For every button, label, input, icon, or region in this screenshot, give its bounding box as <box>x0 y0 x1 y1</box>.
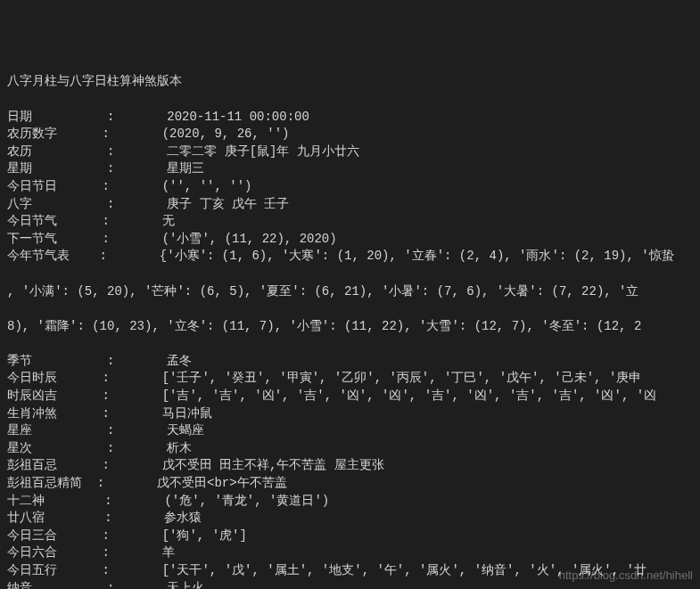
output-row: 农历数字 : (2020, 9, 26, '') <box>7 126 693 143</box>
output-row: 今年节气表 : {'小寒': (1, 6), '大寒': (1, 20), '立… <box>7 248 693 266</box>
row-colon: : <box>102 370 161 388</box>
row-value: 无 <box>162 213 175 231</box>
row-colon: : <box>100 248 160 266</box>
wrap-line-1: , '小满': (5, 20), '芒种': (6, 5), '夏至': (6,… <box>7 283 693 301</box>
row-label: 八字 <box>7 196 107 214</box>
output-row: 季节 : 孟冬 <box>7 353 693 371</box>
output-row: 时辰凶吉 : ['吉', '吉', '凶', '吉', '凶', '凶', '吉… <box>7 388 693 405</box>
row-colon: : <box>107 143 167 161</box>
row-label: 星座 <box>7 422 107 440</box>
title-line: 八字月柱与八字日柱算神煞版本 <box>7 73 693 91</box>
row-colon: : <box>107 422 167 440</box>
row-label: 十二神 <box>7 493 104 511</box>
row-colon: : <box>107 196 167 214</box>
row-value: ('小雪', (11, 22), 2020) <box>162 231 337 249</box>
row-value: ['壬子', '癸丑', '甲寅', '乙卯', '丙辰', '丁巳', '戊午… <box>162 370 642 388</box>
row-value: 孟冬 <box>167 353 192 371</box>
row-value: 析木 <box>167 440 192 458</box>
row-colon: : <box>104 510 164 528</box>
output-row: 下一节气 : ('小雪', (11, 22), 2020) <box>7 231 693 249</box>
output-row: 生肖冲煞 : 马日冲鼠 <box>7 405 693 423</box>
row-value: 2020-11-11 00:00:00 <box>167 109 309 127</box>
row-label: 今日五行 <box>7 562 102 580</box>
row-colon: : <box>102 231 161 249</box>
output-row: 日期 : 2020-11-11 00:00:00 <box>7 109 693 127</box>
row-label: 今日节气 <box>7 213 102 231</box>
row-label: 生肖冲煞 <box>7 405 102 423</box>
row-value: 庚子 丁亥 戊午 壬子 <box>167 196 289 214</box>
row-colon: : <box>107 580 167 589</box>
row-value: ('危', '青龙', '黄道日') <box>164 493 329 511</box>
row-value: 天上火 <box>167 580 204 589</box>
output-row: 今日节气 : 无 <box>7 213 693 231</box>
output-row: 今日节日 : ('', '', '') <box>7 178 693 196</box>
row-label: 下一节气 <box>7 231 102 249</box>
row-colon: : <box>102 405 161 423</box>
row-colon: : <box>102 178 161 196</box>
row-colon: : <box>97 475 157 493</box>
row-colon: : <box>102 562 161 580</box>
row-colon: : <box>104 493 164 511</box>
row-colon: : <box>107 160 167 178</box>
row-colon: : <box>102 126 161 143</box>
row-value: 天蝎座 <box>167 422 204 440</box>
row-label: 星次 <box>7 440 107 458</box>
output-row: 农历 : 二零二零 庚子[鼠]年 九月小廿六 <box>7 143 693 161</box>
row-colon: : <box>102 457 161 475</box>
row-value: ('', '', '') <box>162 178 252 196</box>
row-label: 纳音 <box>7 580 107 589</box>
row-label: 彭祖百忌精简 <box>7 475 97 493</box>
row-colon: : <box>102 528 161 545</box>
row-label: 今日时辰 <box>7 370 102 388</box>
row-value: 二零二零 庚子[鼠]年 九月小廿六 <box>167 143 359 161</box>
row-label: 农历 <box>7 143 107 161</box>
output-row: 廿八宿 : 参水猿 <box>7 510 693 528</box>
row-value: 戊不受田<br>午不苦盖 <box>157 475 287 493</box>
row-value: ['狗', '虎'] <box>162 528 247 545</box>
row-label: 今日三合 <box>7 528 102 545</box>
row-colon: : <box>102 388 161 405</box>
wrap-line-2: 8), '霜降': (10, 23), '立冬': (11, 7), '小雪':… <box>7 318 693 336</box>
row-label: 今日节日 <box>7 178 102 196</box>
output-row: 今日时辰 : ['壬子', '癸丑', '甲寅', '乙卯', '丙辰', '丁… <box>7 370 693 388</box>
row-label: 彭祖百忌 <box>7 457 102 475</box>
row-label: 廿八宿 <box>7 510 104 528</box>
row-value: ['吉', '吉', '凶', '吉', '凶', '凶', '吉', '凶',… <box>162 388 656 405</box>
row-value: 参水猿 <box>164 510 202 528</box>
output-row: 十二神 : ('危', '青龙', '黄道日') <box>7 493 693 511</box>
row-colon: : <box>102 213 161 231</box>
row-colon: : <box>107 353 167 371</box>
row-label: 农历数字 <box>7 126 102 143</box>
row-label: 今日六合 <box>7 544 102 562</box>
row-label: 时辰凶吉 <box>7 388 102 405</box>
row-colon: : <box>107 440 167 458</box>
output-row: 星座 : 天蝎座 <box>7 422 693 440</box>
row-value: 羊 <box>162 544 175 562</box>
output-row: 星期 : 星期三 <box>7 160 693 178</box>
output-row: 彭祖百忌精简 : 戊不受田<br>午不苦盖 <box>7 475 693 493</box>
output-row: 今日六合 : 羊 <box>7 544 693 562</box>
row-label: 季节 <box>7 353 107 371</box>
row-value: (2020, 9, 26, '') <box>162 126 290 143</box>
row-colon: : <box>102 544 161 562</box>
row-colon: : <box>107 109 167 127</box>
row-value: 星期三 <box>167 160 204 178</box>
row-label: 星期 <box>7 160 107 178</box>
row-value: 戊不受田 田主不祥,午不苦盖 屋主更张 <box>162 457 384 475</box>
row-value: 马日冲鼠 <box>162 405 212 423</box>
output-row: 今日三合 : ['狗', '虎'] <box>7 528 693 545</box>
row-value: {'小寒': (1, 6), '大寒': (1, 20), '立春': (2, … <box>160 248 674 266</box>
watermark-text: https://blog.csdn.net/hihell <box>559 568 693 584</box>
output-row: 彭祖百忌 : 戊不受田 田主不祥,午不苦盖 屋主更张 <box>7 457 693 475</box>
row-label: 今年节气表 <box>7 248 100 266</box>
row-label: 日期 <box>7 109 107 127</box>
output-row: 八字 : 庚子 丁亥 戊午 壬子 <box>7 196 693 214</box>
output-row: 星次 : 析木 <box>7 440 693 458</box>
